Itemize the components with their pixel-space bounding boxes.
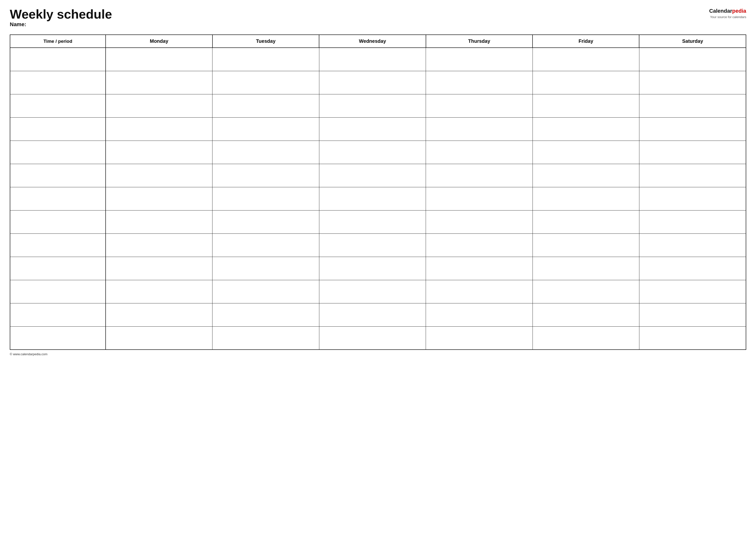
schedule-cell[interactable] <box>639 164 746 187</box>
schedule-cell[interactable] <box>319 280 426 303</box>
schedule-cell[interactable] <box>212 187 319 210</box>
table-row <box>10 187 746 210</box>
schedule-cell[interactable] <box>106 326 212 350</box>
schedule-cell[interactable] <box>106 257 212 280</box>
schedule-cell[interactable] <box>319 164 426 187</box>
schedule-cell[interactable] <box>212 210 319 233</box>
time-period-cell[interactable] <box>10 164 106 187</box>
schedule-cell[interactable] <box>639 141 746 164</box>
schedule-cell[interactable] <box>319 71 426 94</box>
schedule-cell[interactable] <box>212 257 319 280</box>
page-title: Weekly schedule <box>10 7 112 21</box>
schedule-cell[interactable] <box>533 326 639 350</box>
schedule-cell[interactable] <box>533 71 639 94</box>
schedule-cell[interactable] <box>426 71 533 94</box>
schedule-cell[interactable] <box>212 94 319 117</box>
schedule-cell[interactable] <box>319 210 426 233</box>
time-period-cell[interactable] <box>10 233 106 257</box>
schedule-cell[interactable] <box>106 187 212 210</box>
schedule-cell[interactable] <box>639 303 746 326</box>
table-row <box>10 48 746 71</box>
schedule-cell[interactable] <box>319 233 426 257</box>
schedule-cell[interactable] <box>106 280 212 303</box>
schedule-cell[interactable] <box>639 257 746 280</box>
schedule-cell[interactable] <box>426 233 533 257</box>
schedule-cell[interactable] <box>533 303 639 326</box>
table-row <box>10 117 746 141</box>
schedule-cell[interactable] <box>426 187 533 210</box>
schedule-cell[interactable] <box>533 164 639 187</box>
schedule-cell[interactable] <box>212 117 319 141</box>
schedule-cell[interactable] <box>426 117 533 141</box>
schedule-cell[interactable] <box>106 48 212 71</box>
time-period-cell[interactable] <box>10 210 106 233</box>
schedule-cell[interactable] <box>426 280 533 303</box>
logo: Calendarpedia Your source for calendars <box>709 7 746 19</box>
schedule-cell[interactable] <box>319 257 426 280</box>
time-period-cell[interactable] <box>10 94 106 117</box>
schedule-cell[interactable] <box>212 48 319 71</box>
schedule-cell[interactable] <box>639 326 746 350</box>
schedule-cell[interactable] <box>212 303 319 326</box>
schedule-cell[interactable] <box>106 71 212 94</box>
schedule-cell[interactable] <box>426 94 533 117</box>
time-period-cell[interactable] <box>10 117 106 141</box>
schedule-cell[interactable] <box>106 303 212 326</box>
schedule-cell[interactable] <box>533 117 639 141</box>
schedule-cell[interactable] <box>319 303 426 326</box>
schedule-cell[interactable] <box>106 141 212 164</box>
time-period-cell[interactable] <box>10 71 106 94</box>
schedule-cell[interactable] <box>212 326 319 350</box>
schedule-cell[interactable] <box>212 233 319 257</box>
schedule-cell[interactable] <box>106 117 212 141</box>
schedule-cell[interactable] <box>212 141 319 164</box>
schedule-cell[interactable] <box>319 326 426 350</box>
schedule-cell[interactable] <box>426 326 533 350</box>
schedule-cell[interactable] <box>639 233 746 257</box>
schedule-cell[interactable] <box>212 71 319 94</box>
schedule-cell[interactable] <box>212 280 319 303</box>
schedule-cell[interactable] <box>533 48 639 71</box>
time-period-cell[interactable] <box>10 280 106 303</box>
schedule-cell[interactable] <box>639 94 746 117</box>
schedule-cell[interactable] <box>426 210 533 233</box>
schedule-cell[interactable] <box>639 48 746 71</box>
time-period-cell[interactable] <box>10 141 106 164</box>
schedule-cell[interactable] <box>319 141 426 164</box>
schedule-cell[interactable] <box>106 210 212 233</box>
schedule-cell[interactable] <box>319 94 426 117</box>
col-header-thursday: Thursday <box>426 35 533 48</box>
schedule-cell[interactable] <box>533 187 639 210</box>
schedule-cell[interactable] <box>639 71 746 94</box>
time-period-cell[interactable] <box>10 303 106 326</box>
schedule-cell[interactable] <box>426 303 533 326</box>
schedule-cell[interactable] <box>106 164 212 187</box>
schedule-cell[interactable] <box>639 117 746 141</box>
logo-text: Calendarpedia <box>709 7 746 15</box>
schedule-cell[interactable] <box>533 210 639 233</box>
schedule-cell[interactable] <box>426 141 533 164</box>
schedule-cell[interactable] <box>319 48 426 71</box>
time-period-cell[interactable] <box>10 326 106 350</box>
schedule-cell[interactable] <box>639 280 746 303</box>
logo-calendar-part: Calendar <box>709 8 732 14</box>
schedule-cell[interactable] <box>426 257 533 280</box>
schedule-cell[interactable] <box>639 187 746 210</box>
time-period-cell[interactable] <box>10 187 106 210</box>
schedule-cell[interactable] <box>319 117 426 141</box>
time-period-cell[interactable] <box>10 257 106 280</box>
time-period-cell[interactable] <box>10 48 106 71</box>
schedule-cell[interactable] <box>426 48 533 71</box>
schedule-cell[interactable] <box>426 164 533 187</box>
schedule-cell[interactable] <box>106 94 212 117</box>
schedule-cell[interactable] <box>106 233 212 257</box>
schedule-cell[interactable] <box>639 210 746 233</box>
schedule-cell[interactable] <box>212 164 319 187</box>
schedule-cell[interactable] <box>533 94 639 117</box>
schedule-cell[interactable] <box>533 233 639 257</box>
schedule-cell[interactable] <box>533 257 639 280</box>
schedule-cell[interactable] <box>319 187 426 210</box>
table-row <box>10 257 746 280</box>
schedule-cell[interactable] <box>533 280 639 303</box>
schedule-cell[interactable] <box>533 141 639 164</box>
